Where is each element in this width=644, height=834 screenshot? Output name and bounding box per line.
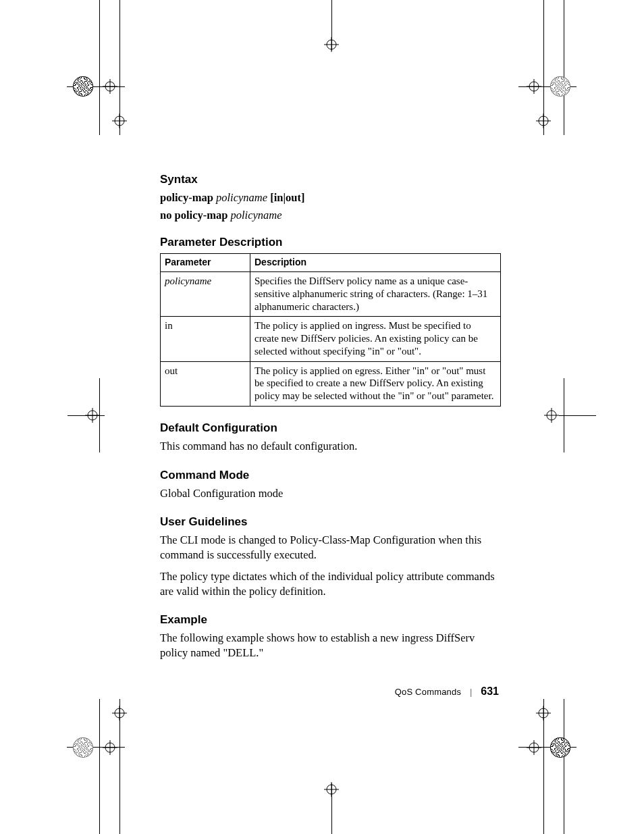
registration-mark-icon bbox=[324, 37, 339, 52]
user-guidelines-heading: User Guidelines bbox=[160, 515, 501, 529]
svg-point-30 bbox=[115, 708, 124, 718]
col-header-description: Description bbox=[250, 253, 501, 272]
syntax-line-2: no policy-map policyname bbox=[160, 208, 501, 223]
syntax-arg-1: policyname bbox=[216, 191, 267, 204]
user-guidelines-p1: The CLI mode is changed to Policy-Class-… bbox=[160, 533, 501, 563]
footer-separator: | bbox=[470, 687, 472, 698]
syntax-heading: Syntax bbox=[160, 173, 501, 186]
svg-point-3 bbox=[529, 82, 539, 91]
desc-cell: The policy is applied on egress. Either … bbox=[250, 361, 501, 406]
registration-star-icon bbox=[550, 737, 570, 758]
svg-point-0 bbox=[105, 82, 115, 91]
user-guidelines-p2: The policy type dictates which of the in… bbox=[160, 569, 501, 599]
registration-mark-icon bbox=[527, 740, 541, 755]
desc-cell: The policy is applied on ingress. Must b… bbox=[250, 317, 501, 361]
registration-mark-icon bbox=[112, 113, 127, 128]
desc-cell: Specifies the DiffServ policy name as a … bbox=[250, 272, 501, 317]
svg-point-24 bbox=[105, 743, 115, 752]
syntax-tail-1: [in|out] bbox=[267, 191, 304, 204]
registration-mark-icon bbox=[103, 740, 117, 755]
registration-mark-icon bbox=[527, 79, 541, 94]
svg-point-15 bbox=[327, 785, 336, 794]
parameter-table: Parameter Description policynameSpecifie… bbox=[160, 253, 501, 407]
registration-mark-icon bbox=[112, 706, 127, 721]
syntax-cmd-1: policy-map bbox=[160, 191, 213, 204]
table-row: inThe policy is applied on ingress. Must… bbox=[161, 317, 501, 361]
command-mode-body: Global Configuration mode bbox=[160, 486, 501, 501]
table-header-row: Parameter Description bbox=[161, 253, 501, 272]
svg-point-27 bbox=[529, 743, 539, 752]
registration-star-icon bbox=[550, 76, 570, 97]
registration-mark-icon bbox=[536, 706, 551, 721]
footer-page-number: 631 bbox=[481, 685, 499, 697]
registration-star-icon bbox=[73, 737, 93, 758]
registration-mark-icon bbox=[324, 782, 339, 797]
page-footer: QoS Commands | 631 bbox=[395, 685, 499, 698]
command-mode-heading: Command Mode bbox=[160, 469, 501, 482]
svg-point-6 bbox=[115, 116, 124, 126]
registration-mark-icon bbox=[544, 408, 559, 423]
svg-point-12 bbox=[327, 40, 336, 49]
footer-section-label: QoS Commands bbox=[395, 687, 462, 697]
table-row: outThe policy is applied on egress. Eith… bbox=[161, 361, 501, 406]
param-cell: in bbox=[161, 317, 250, 361]
syntax-cmd-2: no policy-map bbox=[160, 209, 227, 221]
page-content: Syntax policy-map policyname [in|out] no… bbox=[160, 173, 501, 660]
param-cell: policyname bbox=[161, 272, 250, 317]
svg-point-21 bbox=[547, 411, 556, 420]
svg-point-9 bbox=[539, 116, 548, 126]
example-body: The following example shows how to estab… bbox=[160, 631, 501, 660]
example-heading: Example bbox=[160, 613, 501, 627]
default-config-heading: Default Configuration bbox=[160, 421, 501, 435]
syntax-line-1: policy-map policyname [in|out] bbox=[160, 190, 501, 205]
registration-mark-icon bbox=[85, 408, 100, 423]
registration-star-icon bbox=[73, 76, 93, 97]
param-desc-heading: Parameter Description bbox=[160, 236, 501, 249]
svg-point-33 bbox=[539, 708, 548, 718]
registration-mark-icon bbox=[103, 79, 117, 94]
table-row: policynameSpecifies the DiffServ policy … bbox=[161, 272, 501, 317]
default-config-body: This command has no default configuratio… bbox=[160, 439, 501, 454]
syntax-arg-2: policyname bbox=[231, 209, 282, 221]
param-cell: out bbox=[161, 361, 250, 406]
registration-mark-icon bbox=[536, 113, 551, 128]
col-header-parameter: Parameter bbox=[161, 253, 250, 272]
svg-point-18 bbox=[88, 411, 97, 420]
